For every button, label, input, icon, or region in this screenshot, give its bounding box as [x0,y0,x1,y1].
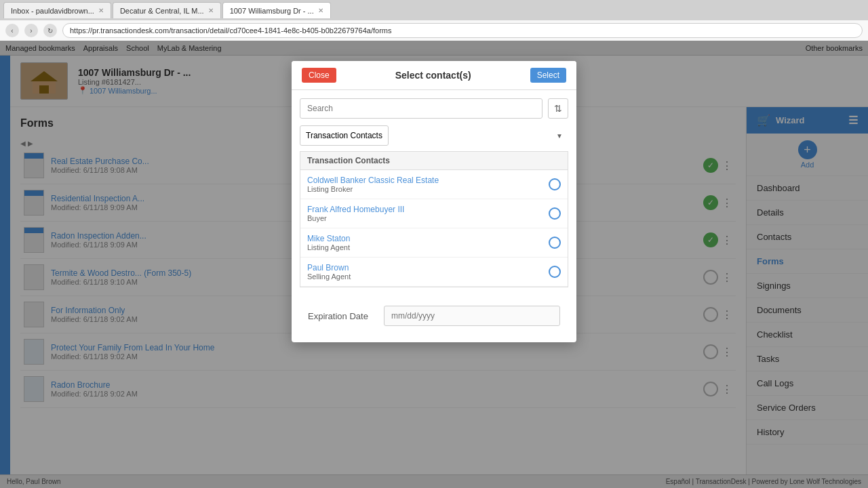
tab-decatur[interactable]: Decatur & Central, IL M... ✕ [113,2,221,18]
contact-role: Listing Broker [307,185,549,193]
back-button[interactable]: ‹ [5,24,19,37]
modal-overlay: Close Select contact(s) Select ⇅ Transac… [0,41,868,488]
contact-role: Listing Agent [307,243,549,251]
tab-label: 1007 Williamsburg Dr - ... [230,7,314,15]
contact-name: Paul Brown [307,263,549,272]
contact-info: Mike Staton Listing Agent [307,234,549,251]
contact-info: Coldwell Banker Classic Real Estate List… [307,176,549,193]
filter-row: Transaction Contacts [300,125,568,146]
tab-label: Decatur & Central, IL M... [120,7,204,15]
tab-bar: Inbox - pauldavidbrown... ✕ Decatur & Ce… [0,0,868,20]
contact-radio[interactable] [549,237,561,249]
address-input[interactable] [62,23,863,38]
select-contacts-modal: Close Select contact(s) Select ⇅ Transac… [292,61,576,342]
contact-info: Frank Alfred Homebuyer III Buyer [307,205,549,222]
modal-body: ⇅ Transaction Contacts Transaction Conta… [292,90,576,342]
modal-title: Select contact(s) [336,70,530,81]
contacts-list-header: Transaction Contacts [300,151,568,169]
tab-close-icon[interactable]: ✕ [98,7,104,14]
expiration-section: Expiration Date [300,298,568,334]
tab-williamsburg[interactable]: 1007 Williamsburg Dr - ... ✕ [222,2,331,18]
tab-inbox[interactable]: Inbox - pauldavidbrown... ✕ [3,2,111,18]
search-row: ⇅ [300,98,568,119]
forward-button[interactable]: › [24,24,38,37]
contact-item[interactable]: Paul Brown Selling Agent [300,258,568,287]
filter-select-wrapper: Transaction Contacts [300,125,568,146]
contact-item[interactable]: Frank Alfred Homebuyer III Buyer [300,199,568,228]
contact-item[interactable]: Mike Staton Listing Agent [300,228,568,258]
sort-button[interactable]: ⇅ [548,98,568,119]
contact-radio[interactable] [549,207,561,220]
tab-close-icon[interactable]: ✕ [318,7,323,14]
expiration-row: Expiration Date [308,306,560,326]
contact-info: Paul Brown Selling Agent [307,263,549,281]
contacts-list: Coldwell Banker Classic Real Estate List… [300,169,568,287]
expiration-date-input[interactable] [384,306,560,326]
contact-radio[interactable] [549,266,561,278]
contact-name: Coldwell Banker Classic Real Estate [307,176,549,185]
expiration-label: Expiration Date [308,311,376,321]
contact-name: Mike Staton [307,234,549,243]
browser-chrome: Inbox - pauldavidbrown... ✕ Decatur & Ce… [0,0,868,41]
contact-item[interactable]: Coldwell Banker Classic Real Estate List… [300,170,568,199]
filter-select[interactable]: Transaction Contacts [300,125,389,146]
reload-button[interactable]: ↻ [43,24,57,37]
modal-select-button[interactable]: Select [530,68,566,83]
address-bar: ‹ › ↻ [0,20,868,41]
tab-close-icon[interactable]: ✕ [208,7,214,14]
contact-role: Selling Agent [307,272,549,281]
tab-label: Inbox - pauldavidbrown... [11,7,94,15]
modal-close-button[interactable]: Close [302,68,336,83]
contact-radio[interactable] [549,178,561,190]
contact-role: Buyer [307,214,549,222]
contact-name: Frank Alfred Homebuyer III [307,205,549,214]
contact-search-input[interactable] [300,98,542,119]
modal-header: Close Select contact(s) Select [292,61,576,90]
